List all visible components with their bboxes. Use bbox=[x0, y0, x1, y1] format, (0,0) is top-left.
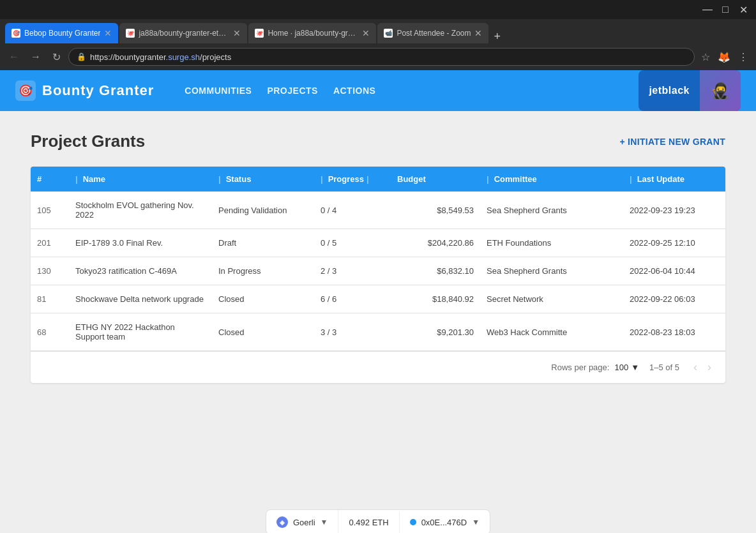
network-selector[interactable]: ◈ Goerli ▼ bbox=[266, 510, 339, 533]
avatar: 🥷 bbox=[700, 70, 741, 111]
td-progress-5: 3 / 3 bbox=[314, 319, 391, 346]
user-name: jetblack bbox=[639, 80, 700, 101]
td-budget-2: $204,220.86 bbox=[391, 229, 480, 257]
td-status-2: Draft bbox=[212, 229, 314, 257]
table-row[interactable]: 201 EIP-1789 3.0 Final Rev. Draft 0 / 5 … bbox=[31, 229, 725, 257]
th-num: # bbox=[31, 167, 69, 191]
initiate-grant-button[interactable]: + INITIATE NEW GRANT bbox=[619, 137, 725, 147]
tab-close-1[interactable]: ✕ bbox=[104, 28, 112, 38]
app-logo: 🎯 Bounty Granter bbox=[15, 80, 154, 101]
page-title: Project Grants bbox=[31, 131, 145, 151]
td-progress-4: 6 / 6 bbox=[314, 285, 391, 313]
maximize-button[interactable]: □ bbox=[718, 2, 733, 17]
table-row[interactable]: 130 Tokyo23 ratification C-469A In Progr… bbox=[31, 257, 725, 285]
th-divider-name: | bbox=[75, 174, 78, 184]
url-bar[interactable]: 🔒 https://bountygranter.surge.sh/project… bbox=[68, 48, 695, 66]
td-progress-1: 0 / 4 bbox=[314, 197, 391, 224]
connected-indicator bbox=[410, 519, 416, 525]
minimize-button[interactable]: — bbox=[700, 2, 715, 17]
td-id-4: 81 bbox=[31, 285, 69, 313]
wallet-bar: ◈ Goerli ▼ 0.492 ETH 0x0E...476D ▼ bbox=[266, 509, 490, 533]
network-chevron-icon: ▼ bbox=[321, 518, 328, 527]
td-status-1: Pending Validation bbox=[212, 197, 314, 224]
nav-communities[interactable]: COMMUNITIES bbox=[185, 83, 252, 98]
tab-close-2[interactable]: ✕ bbox=[233, 28, 241, 38]
td-status-4: Closed bbox=[212, 285, 314, 313]
td-update-5: 2022-08-23 18:03 bbox=[623, 319, 725, 346]
tab-label-1: Bebop Bounty Granter bbox=[24, 29, 100, 38]
more-button[interactable]: ⋮ bbox=[736, 49, 751, 66]
bookmark-button[interactable]: ☆ bbox=[699, 49, 713, 66]
close-button[interactable]: ✕ bbox=[736, 2, 751, 17]
td-status-3: In Progress bbox=[212, 257, 314, 285]
wallet-address[interactable]: 0x0E...476D ▼ bbox=[400, 511, 490, 534]
new-tab-button[interactable]: + bbox=[490, 30, 504, 43]
table-row[interactable]: 68 ETHG NY 2022 Hackathon Support team C… bbox=[31, 313, 725, 351]
td-id-5: 68 bbox=[31, 319, 69, 346]
td-budget-1: $8,549.53 bbox=[391, 197, 480, 224]
tab-zoom[interactable]: 📹 Post Attendee - Zoom ✕ bbox=[377, 23, 488, 43]
td-update-1: 2022-09-23 19:23 bbox=[623, 197, 725, 224]
td-progress-2: 0 / 5 bbox=[314, 229, 391, 257]
url-accent: .surge.sh bbox=[166, 52, 200, 62]
th-last-update: | Last Update bbox=[623, 167, 725, 191]
balance-text: 0.492 ETH bbox=[349, 518, 388, 527]
table-footer: Rows per page: 100 ▼ 1–5 of 5 ‹ › bbox=[31, 351, 725, 383]
tab-github-eth[interactable]: 🐙 ja88a/bounty-granter-eth: Dec... ✕ bbox=[119, 23, 247, 43]
network-name: Goerli bbox=[293, 518, 315, 527]
address-chevron-icon: ▼ bbox=[472, 518, 480, 527]
address-text: 0x0E...476D bbox=[421, 518, 467, 527]
th-committee: | Committee bbox=[480, 167, 623, 191]
td-id-3: 130 bbox=[31, 257, 69, 285]
extensions-button[interactable]: 🦊 bbox=[715, 49, 733, 66]
back-button[interactable]: ← bbox=[5, 49, 23, 65]
td-committee-5: Web3 Hack Committe bbox=[480, 319, 623, 346]
main-content: Project Grants + INITIATE NEW GRANT # | … bbox=[0, 111, 756, 494]
table-header: # | Name | Status | Progress | bbox=[31, 167, 725, 191]
title-bar: — □ ✕ bbox=[0, 0, 756, 19]
forward-button[interactable]: → bbox=[27, 49, 45, 65]
app-content: 🎯 Bounty Granter COMMUNITIES PROJECTS AC… bbox=[0, 70, 756, 533]
table-row[interactable]: 81 Shockwave Delta network upgrade Close… bbox=[31, 285, 725, 313]
tab-github-home[interactable]: 🐙 Home · ja88a/bounty-granter-e... ✕ bbox=[248, 23, 376, 43]
th-divider-progress: | bbox=[321, 174, 323, 184]
td-name-2: EIP-1789 3.0 Final Rev. bbox=[69, 229, 212, 257]
pagination-info: 1–5 of 5 bbox=[649, 363, 679, 372]
tab-close-4[interactable]: ✕ bbox=[474, 28, 482, 38]
tab-favicon-2: 🐙 bbox=[126, 29, 135, 38]
td-name-1: Stockholm EVOL gathering Nov. 2022 bbox=[69, 191, 212, 229]
td-name-5: ETHG NY 2022 Hackathon Support team bbox=[69, 313, 212, 350]
th-divider-status: | bbox=[218, 174, 221, 184]
user-badge[interactable]: jetblack 🥷 bbox=[639, 70, 741, 111]
app-nav: 🎯 Bounty Granter COMMUNITIES PROJECTS AC… bbox=[0, 70, 756, 111]
nav-links: COMMUNITIES PROJECTS ACTIONS bbox=[185, 83, 375, 98]
next-page-button[interactable]: › bbox=[704, 359, 715, 375]
nav-actions: ☆ 🦊 ⋮ bbox=[699, 49, 751, 66]
grants-table: # | Name | Status | Progress | bbox=[31, 167, 725, 383]
tab-close-3[interactable]: ✕ bbox=[362, 28, 370, 38]
nav-actions[interactable]: ACTIONS bbox=[333, 83, 376, 98]
td-budget-4: $18,840.92 bbox=[391, 285, 480, 313]
prev-page-button[interactable]: ‹ bbox=[690, 359, 701, 375]
td-id-2: 201 bbox=[31, 229, 69, 257]
nav-projects[interactable]: PROJECTS bbox=[267, 83, 317, 98]
title-bar-controls: — □ ✕ bbox=[700, 2, 751, 17]
th-divider-progress-end: | bbox=[367, 174, 369, 184]
td-update-2: 2022-09-25 12:10 bbox=[623, 229, 725, 257]
tab-bounty-granter[interactable]: 🎯 Bebop Bounty Granter ✕ bbox=[5, 23, 118, 43]
table-row[interactable]: 105 Stockholm EVOL gathering Nov. 2022 P… bbox=[31, 191, 725, 229]
eth-logo-icon: ◈ bbox=[276, 516, 288, 528]
eth-balance[interactable]: 0.492 ETH bbox=[338, 511, 399, 534]
lock-icon: 🔒 bbox=[77, 52, 86, 61]
rows-per-page-select[interactable]: 100 ▼ bbox=[614, 363, 639, 372]
pagination-buttons: ‹ › bbox=[690, 359, 715, 375]
th-budget: Budget bbox=[391, 167, 480, 191]
td-status-5: Closed bbox=[212, 319, 314, 346]
page-header: Project Grants + INITIATE NEW GRANT bbox=[31, 131, 725, 151]
tab-label-2: ja88a/bounty-granter-eth: Dec... bbox=[139, 29, 229, 38]
rows-per-page-container: Rows per page: 100 ▼ bbox=[551, 363, 639, 372]
th-divider-update: | bbox=[630, 174, 632, 184]
td-budget-3: $6,832.10 bbox=[391, 257, 480, 285]
td-id-1: 105 bbox=[31, 197, 69, 224]
reload-button[interactable]: ↻ bbox=[49, 49, 64, 66]
